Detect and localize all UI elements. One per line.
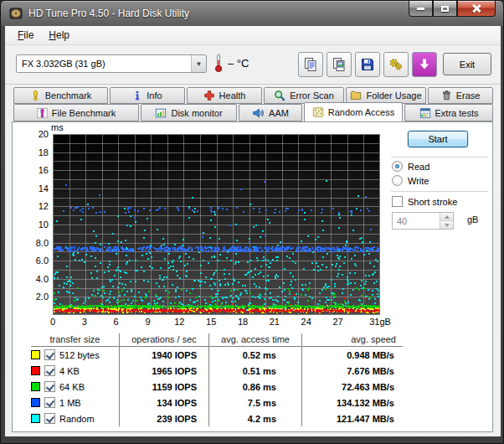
tab-folder-usage-label: Folder Usage [366,90,421,101]
row-1mb-label-cell: 1 MB [31,395,119,410]
row-1mb-iops: 134 IOPS [119,395,208,410]
series-label: 64 KB [59,382,85,392]
series-checkbox[interactable] [44,381,55,392]
y-tick-label: 2.0 [20,292,49,302]
tab-erase-label: Erase [456,90,481,101]
y-axis-ticks: 2018161412108.06.04.02.0 [19,134,51,315]
maximize-button[interactable] [433,1,457,17]
health-icon [203,90,215,101]
read-radio[interactable] [392,161,403,172]
y-tick-label: 6.0 [20,256,49,266]
series-checkbox[interactable] [44,365,55,376]
write-radio[interactable] [392,175,403,186]
app-window: HD Tune Pro 4.50 - Hard Disk Utility Fil… [0,0,504,444]
x-tick-label: 24 [292,317,321,327]
row-4kb-access: 0.51 ms [208,363,301,379]
tab-health[interactable]: Health [187,87,262,104]
tab-aam-label: AAM [269,108,289,118]
spinner-down-button[interactable] [440,220,453,229]
x-tick-label: 3 [70,317,99,327]
disk-monitor-icon [155,107,167,119]
y-axis-unit-label: ms [51,122,64,132]
col-header-operations: operations / sec [119,333,208,347]
copy-image-icon [332,57,347,72]
write-radio-row[interactable]: Write [392,175,429,186]
x-tick-label: 9 [134,317,162,327]
chart-canvas [53,134,380,315]
row-1mb-access: 7.5 ms [208,395,301,410]
chevron-down-icon[interactable]: ▼ [191,55,206,72]
short-stroke-spinner[interactable]: 40 [392,212,454,230]
download-button[interactable] [412,52,437,77]
series-label: 1 MB [59,398,81,408]
speaker-icon [252,107,265,119]
write-radio-label: Write [408,176,429,186]
tab-error-scan[interactable]: Error Scan [264,87,344,104]
tab-health-label: Health [219,90,246,101]
file-benchmark-icon [37,107,48,119]
short-stroke-row[interactable]: Short stroke [392,196,457,207]
close-button[interactable] [457,1,496,17]
tab-folder-usage[interactable]: Folder Usage [346,87,426,104]
thermometer-icon [214,53,224,73]
window-title: HD Tune Pro 4.50 - Hard Disk Utility [28,8,189,19]
y-tick-label: 16 [20,165,49,175]
series-color-swatch [31,350,40,359]
save-icon [360,57,375,72]
tab-erase[interactable]: Erase [428,87,493,104]
col-header-transfer-size: transfer size [31,333,119,347]
spinner-up-button[interactable] [440,213,453,220]
tab-extra-tests[interactable]: Extra tests [404,104,493,121]
tab-info[interactable]: Info [110,87,185,104]
row-1mb-speed: 134.132 MB/s [301,395,403,410]
minimize-icon [417,8,424,10]
series-checkbox[interactable] [44,397,55,408]
col-header-avg-speed: avg. speed [301,333,403,347]
copy-image-button[interactable] [327,52,352,77]
save-button[interactable] [355,52,380,77]
drive-selector[interactable]: FX 3.032GB (31 gB) ▼ [16,54,207,73]
start-button[interactable]: Start [408,131,468,147]
series-label: 512 bytes [59,350,100,360]
menu-file[interactable]: File [10,27,41,44]
copy-text-button[interactable] [298,52,323,77]
x-tick-label: 18 [229,317,257,327]
x-tick-label: 27 [324,317,352,327]
tab-aam[interactable]: AAM [239,104,302,121]
app-icon [9,7,23,20]
tab-random-access[interactable]: Random Access [304,102,403,121]
tab-extra-tests-label: Extra tests [435,108,479,118]
row-64kb-access: 0.86 ms [208,379,301,395]
series-checkbox[interactable] [44,413,55,424]
menu-help[interactable]: Help [41,27,77,44]
separator [391,157,488,158]
down-arrow-icon [445,224,450,227]
x-tick-label: 0 [39,317,67,327]
row-random-speed: 121.447 MB/s [301,410,403,426]
options-button[interactable] [383,52,409,77]
short-stroke-value: 40 [393,213,440,229]
info-icon [132,90,142,101]
series-label: 4 KB [59,366,80,376]
series-color-swatch [31,398,40,407]
series-color-swatch [31,414,40,423]
x-axis-ticks: 036912151821242731gB [53,317,380,328]
read-radio-row[interactable]: Read [392,161,429,172]
tab-file-benchmark[interactable]: File Benchmark [13,104,139,121]
exit-button[interactable]: Exit [443,53,491,75]
y-tick-label: 4.0 [20,274,49,284]
tab-disk-monitor[interactable]: Disk monitor [141,104,237,121]
tab-row-1: Benchmark Info Health Error Scan Folder … [13,87,493,104]
tab-benchmark[interactable]: Benchmark [13,87,108,104]
row-512bytes-speed: 0.948 MB/s [301,347,403,363]
row-random-iops: 239 IOPS [119,410,208,426]
row-4kb-speed: 7.676 MB/s [301,363,403,379]
short-stroke-checkbox[interactable] [392,196,403,207]
y-tick-label: 12 [20,201,49,211]
separator [391,191,488,193]
series-checkbox[interactable] [44,349,55,360]
tab-disk-monitor-label: Disk monitor [171,108,222,118]
x-tick-label: 21 [260,317,289,327]
spinner-buttons [440,213,453,229]
minimize-button[interactable] [409,1,433,17]
